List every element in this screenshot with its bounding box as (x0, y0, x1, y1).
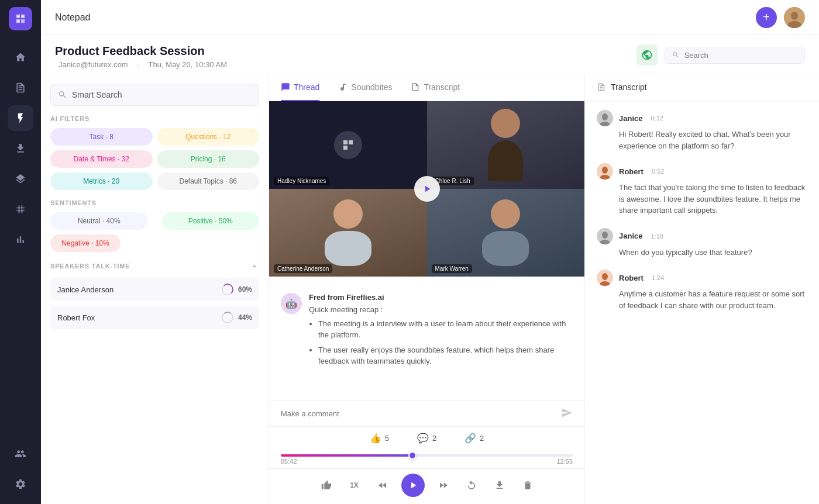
msg-header-0: Janice 0:12 (597, 110, 807, 126)
speakers-label: SPEAKERS TALK-TIME (50, 263, 130, 270)
progress-thumb (408, 451, 417, 460)
sidebar-item-settings[interactable] (8, 471, 33, 497)
send-button[interactable] (561, 407, 573, 420)
tab-transcript-label: Transcript (424, 82, 460, 92)
search-icon (672, 51, 680, 59)
soundbites-icon (338, 82, 347, 92)
sidebar-item-home[interactable] (8, 44, 33, 70)
ai-filters-grid: Task · 8 Questions · 12 Date & Times · 3… (50, 128, 259, 190)
msg-time-3: 1:24 (652, 274, 664, 281)
loop-button[interactable] (462, 476, 481, 495)
sidebar-item-people[interactable] (8, 441, 33, 467)
fred-text: Quick meeting recap : The meeting is a i… (309, 304, 573, 367)
video-cell-2: Catherine Anderson (269, 189, 427, 277)
sidebar-item-lightning[interactable] (8, 105, 33, 131)
sentiment-neutral[interactable]: Neutral · 40% (50, 212, 148, 230)
avatar-janice-2 (597, 228, 613, 244)
speaker-name-janice: Janice Anderson (57, 285, 222, 294)
total-time: 12:55 (556, 458, 573, 465)
tab-soundbites[interactable]: Soundbites (338, 74, 392, 101)
session-title: Product Feedback Session (55, 44, 230, 58)
msg-text-1: The fact that you're taking the time to … (597, 182, 807, 216)
reaction-comments[interactable]: 💬 2 (417, 433, 436, 444)
time-row: 05:42 12:55 (281, 457, 573, 466)
transcript-label: Transcript (611, 82, 647, 92)
msg-1: Robert 0:52 The fact that you're taking … (597, 163, 807, 216)
progress-bar[interactable] (281, 454, 573, 457)
fred-intro: Quick meeting recap : (309, 305, 383, 314)
sidebar-item-hashtag[interactable] (8, 196, 33, 222)
svg-point-13 (602, 273, 608, 280)
video-logo (334, 131, 362, 159)
video-name-2: Catherine Anderson (274, 264, 332, 273)
comment-input[interactable] (281, 409, 556, 418)
session-meta: Janice@futurex.com · Thu, May 20, 10:30 … (55, 60, 230, 69)
reaction-thumbs[interactable]: 👍 5 (370, 433, 389, 444)
msg-time-0: 0:12 (651, 115, 663, 122)
tab-soundbites-label: Soundbites (351, 82, 392, 92)
search-bar[interactable] (665, 47, 805, 64)
svg-point-1 (791, 12, 798, 20)
user-avatar[interactable] (784, 7, 805, 28)
globe-button[interactable] (636, 44, 658, 65)
sentiment-positive[interactable]: Positive · 50% (162, 212, 260, 230)
play-pause-button[interactable] (401, 474, 425, 497)
msg-text-2: When do you typically use that feature? (597, 247, 807, 258)
app-logo[interactable] (9, 7, 32, 30)
search-input[interactable] (684, 51, 797, 60)
filter-chip-datetime[interactable]: Date & Times · 32 (50, 150, 153, 168)
speed-label: 1X (350, 481, 359, 489)
msg-header-2: Janice 1:18 (597, 228, 807, 244)
search-icon (58, 90, 67, 99)
sidebar-item-notes[interactable] (8, 75, 33, 101)
filter-chip-questions[interactable]: Questions · 12 (157, 128, 260, 146)
like-button[interactable] (317, 476, 336, 495)
play-button[interactable] (414, 176, 440, 202)
transcript-icon (411, 82, 420, 92)
speaker-row-janice: Janice Anderson 60% (50, 278, 259, 301)
fred-bullet-1: The user really enjoys the soundbites fe… (318, 344, 573, 367)
msg-time-2: 1:18 (651, 233, 663, 240)
video-name-3: Mark Warren (432, 264, 472, 273)
forward-button[interactable] (434, 476, 453, 495)
msg-name-janice-2: Janice (619, 232, 642, 240)
thread-icon (281, 82, 290, 92)
filter-chip-default[interactable]: Default Topics · 86 (157, 172, 260, 190)
rewind-button[interactable] (373, 476, 392, 495)
filter-chip-pricing[interactable]: Pricing · 16 (157, 150, 260, 168)
app-title: Notepad (55, 12, 756, 23)
msg-time-1: 0:52 (652, 168, 664, 175)
msg-name-robert-3: Robert (619, 274, 644, 282)
content-area: Smart Search AI FILTERS Task · 8 Questio… (41, 74, 819, 504)
reaction-links-count: 2 (480, 434, 484, 443)
delete-button[interactable] (518, 476, 537, 495)
tab-thread[interactable]: Thread (281, 74, 319, 101)
msg-text-3: Anytime a customer has a feature request… (597, 288, 807, 311)
svg-point-7 (602, 167, 608, 174)
video-cell-0: Hadley Nicknames (269, 101, 427, 189)
add-button[interactable]: + (756, 7, 777, 28)
fred-name: Fred from Fireflies.ai (309, 293, 573, 302)
session-email: Janice@futurex.com (58, 60, 128, 69)
sentiment-negative[interactable]: Negative · 10% (50, 234, 121, 252)
comment-icon: 💬 (417, 433, 429, 444)
speaker-circle-janice (222, 284, 233, 295)
filter-chip-task[interactable]: Task · 8 (50, 128, 153, 146)
tab-bar: Thread Soundbites Transcript (269, 74, 584, 101)
collapse-icon[interactable] (250, 261, 259, 271)
speakers-section: SPEAKERS TALK-TIME Janice Anderson 60% R… (50, 261, 259, 329)
tab-thread-label: Thread (294, 82, 319, 92)
left-panel: Smart Search AI FILTERS Task · 8 Questio… (41, 74, 269, 504)
download-button[interactable] (490, 476, 509, 495)
reaction-links[interactable]: 🔗 2 (464, 433, 484, 444)
tab-transcript[interactable]: Transcript (411, 74, 460, 101)
sidebar-item-upload[interactable] (8, 136, 33, 161)
sentiments-label: SENTIMENTS (50, 199, 259, 206)
filter-chip-metrics[interactable]: Metrics · 20 (50, 172, 153, 190)
speed-button[interactable]: 1X (345, 476, 364, 495)
sidebar-item-layers[interactable] (8, 166, 33, 192)
smart-search-bar[interactable]: Smart Search (50, 84, 259, 106)
sidebar-item-chart[interactable] (8, 227, 33, 253)
reaction-thumbs-count: 5 (385, 434, 389, 443)
middle-panel: Thread Soundbites Transcript (269, 74, 585, 504)
